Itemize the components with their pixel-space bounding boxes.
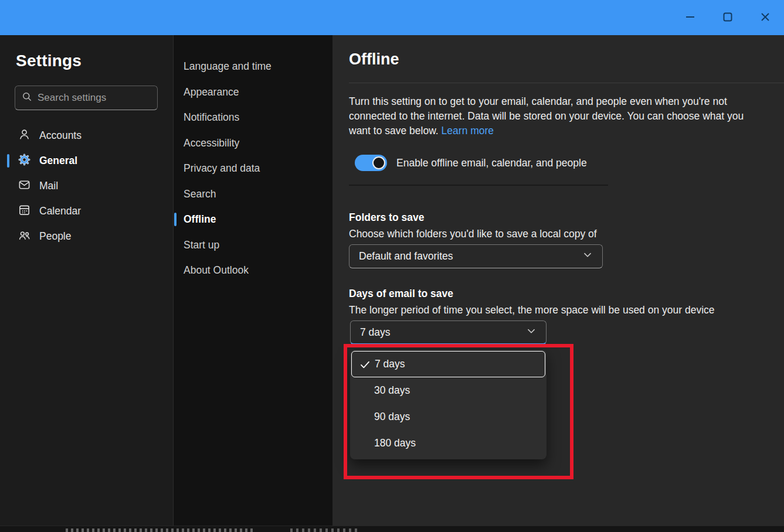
gear-icon: [18, 153, 31, 169]
sidebar-item-accounts[interactable]: Accounts: [0, 123, 173, 148]
subnav-item-about-outlook[interactable]: About Outlook: [174, 258, 332, 284]
menu-option-label: 7 days: [375, 358, 405, 370]
subnav-item-label: Start up: [184, 239, 219, 251]
person-icon: [18, 128, 31, 144]
chevron-down-icon: [581, 248, 594, 264]
search-icon: [21, 91, 33, 105]
subnav-item-start-up[interactable]: Start up: [174, 233, 332, 258]
subnav-item-label: Appearance: [184, 86, 239, 98]
folders-to-save-dropdown[interactable]: Default and favorites: [349, 244, 603, 268]
menu-option-label: 180 days: [374, 437, 416, 449]
folders-section-title: Folders to save: [349, 212, 761, 224]
maximize-button[interactable]: [709, 0, 746, 35]
sidebar-item-general[interactable]: General: [0, 148, 173, 173]
cutoff-text-fragment: [290, 528, 361, 532]
sidebar-nav: Accounts Gener: [0, 123, 173, 249]
subnav-item-label: About Outlook: [184, 264, 249, 277]
settings-title: Settings: [0, 52, 173, 70]
subnav-item-accessibility[interactable]: Accessibility: [174, 131, 332, 156]
sidebar-item-label: Mail: [39, 180, 58, 192]
checkmark-icon: [359, 359, 371, 374]
general-subnav: Language and time Appearance Notificatio…: [174, 35, 332, 526]
folders-dropdown-value: Default and favorites: [359, 250, 453, 262]
selection-indicator: [174, 213, 177, 226]
offline-settings-panel: Offline Turn this setting on to get to y…: [332, 35, 784, 526]
sidebar-item-label: People: [39, 230, 72, 243]
days-section-title: Days of email to save: [349, 288, 761, 300]
people-icon: [18, 229, 31, 245]
selection-indicator: [7, 154, 9, 168]
calendar-icon: [18, 203, 31, 220]
chevron-down-icon: [525, 325, 538, 340]
sidebar-item-calendar[interactable]: Calendar: [0, 199, 173, 224]
section-divider: [349, 185, 608, 186]
subnav-item-language-and-time[interactable]: Language and time: [174, 54, 332, 80]
menu-option-7-days[interactable]: 7 days: [351, 351, 545, 377]
titlebar: [0, 0, 784, 35]
days-section-subtitle: The longer period of time you select, th…: [349, 304, 761, 316]
search-settings-input[interactable]: [38, 92, 151, 104]
subnav-item-appearance[interactable]: Appearance: [174, 80, 332, 105]
sidebar-item-label: General: [39, 155, 77, 167]
subnav-item-search[interactable]: Search: [174, 182, 332, 207]
menu-option-180-days[interactable]: 180 days: [351, 430, 545, 456]
offline-toggle-row: Enable offline email, calendar, and peop…: [355, 154, 761, 172]
maximize-icon: [721, 11, 734, 25]
enable-offline-toggle[interactable]: [355, 155, 387, 171]
close-button[interactable]: [746, 0, 784, 35]
subnav-item-label: Privacy and data: [184, 162, 260, 175]
offline-description: Turn this setting on to get to your emai…: [349, 94, 759, 138]
sidebar-item-label: Accounts: [39, 129, 82, 142]
minimize-button[interactable]: [671, 0, 709, 35]
minimize-icon: [684, 11, 697, 25]
menu-option-30-days[interactable]: 30 days: [351, 377, 545, 404]
mail-icon: [18, 178, 31, 195]
subnav-item-label: Notifications: [184, 111, 239, 124]
cutoff-text-strip: [0, 526, 784, 532]
subnav-item-notifications[interactable]: Notifications: [174, 105, 332, 131]
search-settings-box[interactable]: [15, 86, 158, 110]
days-of-email-dropdown[interactable]: 7 days: [350, 320, 547, 345]
settings-window: Settings Accounts: [0, 35, 784, 526]
subnav-item-label: Accessibility: [184, 137, 239, 149]
sidebar-item-mail[interactable]: Mail: [0, 173, 173, 199]
subnav-item-offline[interactable]: Offline: [174, 207, 332, 233]
days-dropdown-menu: 7 days 30 days 90 days 180 days: [350, 350, 547, 459]
menu-option-90-days[interactable]: 90 days: [351, 404, 545, 430]
toggle-knob: [372, 156, 385, 169]
days-dropdown-value: 7 days: [360, 326, 391, 339]
subnav-item-privacy-and-data[interactable]: Privacy and data: [174, 156, 332, 182]
cutoff-text-fragment: [66, 528, 253, 532]
settings-sidebar: Settings Accounts: [0, 35, 174, 526]
sidebar-item-label: Calendar: [39, 205, 81, 217]
folders-section-subtitle: Choose which folders you'd like to save …: [349, 228, 761, 240]
toggle-label: Enable offline email, calendar, and peop…: [396, 157, 587, 169]
learn-more-link[interactable]: Learn more: [442, 125, 494, 137]
subnav-item-label: Offline: [184, 213, 216, 226]
page-title: Offline: [349, 50, 761, 69]
header-divider: [349, 83, 784, 83]
window-controls: [671, 0, 784, 35]
menu-option-label: 90 days: [374, 411, 410, 423]
menu-option-label: 30 days: [374, 384, 410, 397]
subnav-item-label: Search: [184, 188, 216, 200]
subnav-item-label: Language and time: [184, 60, 271, 73]
sidebar-item-people[interactable]: People: [0, 224, 173, 249]
close-icon: [759, 11, 772, 25]
